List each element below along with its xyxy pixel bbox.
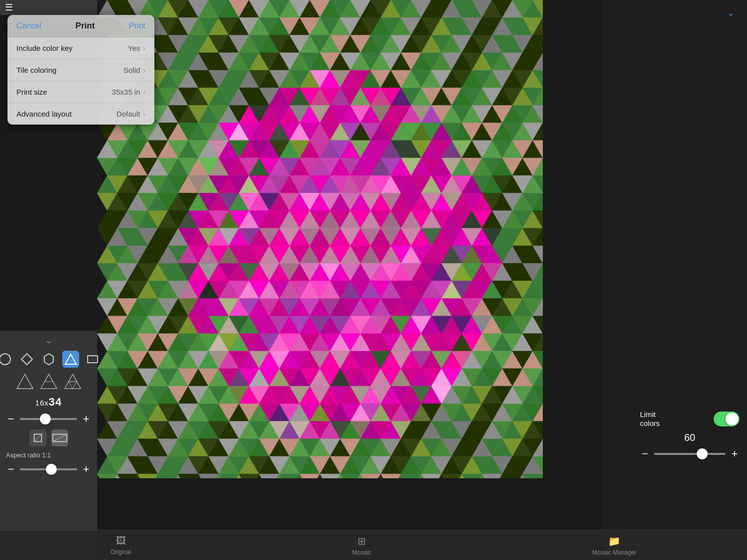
svg-marker-1223 (178, 474, 199, 478)
shape-buttons-row (0, 348, 107, 371)
hamburger-icon[interactable]: ☰ (5, 3, 13, 12)
svg-marker-1217 (118, 474, 138, 478)
chevron-right-icon-3: › (143, 110, 145, 118)
print-row-label-0: Include color key (16, 44, 73, 52)
aspect-slider-decrease-button[interactable]: − (6, 463, 16, 476)
limit-slider-thumb[interactable] (697, 448, 708, 459)
svg-marker-1241 (361, 474, 381, 478)
toolbar-chevron-down-icon[interactable]: ⌄ (45, 335, 52, 346)
nav-label-original: Original (111, 549, 131, 556)
svg-marker-1233 (279, 474, 300, 478)
limit-colors-toggle[interactable] (714, 412, 740, 426)
print-row-value-2: 35x35 in (112, 88, 140, 96)
svg-line-1357 (25, 374, 33, 389)
svg-marker-1360 (45, 374, 53, 382)
print-row-label-2: Print size (16, 88, 47, 96)
svg-marker-1243 (381, 474, 401, 478)
svg-marker-1247 (421, 474, 442, 478)
print-row-2[interactable]: Print size 35x35 in › (7, 81, 154, 103)
svg-line-1365 (34, 434, 41, 442)
slider-increase-button[interactable]: + (81, 413, 91, 425)
svg-marker-1221 (158, 474, 178, 478)
main-slider-track[interactable] (20, 418, 77, 420)
nav-label-mosaic: Mosaic (352, 549, 371, 556)
chevron-right-icon-1: › (143, 66, 145, 74)
nav-item-mosaic[interactable]: ⊞ Mosaic (352, 535, 371, 556)
shape-diamond-button[interactable] (18, 351, 35, 368)
mosaic-canvas (97, 0, 543, 478)
grid-size-display: 16x 34 (35, 394, 62, 411)
chevron-right-icon-0: › (143, 44, 145, 52)
print-row-1[interactable]: Tile coloring Solid › (7, 59, 154, 81)
pattern-1-button[interactable] (15, 373, 34, 392)
print-button[interactable]: Print (129, 21, 145, 30)
svg-marker-1363 (69, 382, 77, 389)
nav-item-mosaic-manager[interactable]: 📁 Mosaic Manager (592, 535, 636, 556)
shape-triangle-button[interactable] (62, 351, 79, 368)
limit-colors-slider-row: − + (640, 447, 740, 460)
print-panel-header: Cancel Print Print (7, 15, 154, 37)
svg-marker-1249 (442, 474, 462, 478)
print-row-right-3: Default › (117, 110, 145, 118)
print-row-right-1: Solid › (124, 66, 145, 74)
slider-decrease-button[interactable]: − (6, 413, 16, 425)
right-panel: ⌄ Limit colors 60 − + (603, 0, 747, 560)
print-panel-title: Print (76, 21, 95, 31)
pattern-3-button[interactable] (63, 373, 82, 392)
mosaic-manager-icon: 📁 (608, 535, 621, 547)
svg-marker-1255 (502, 474, 523, 478)
svg-marker-1251 (462, 474, 482, 478)
cancel-button[interactable]: Cancel (16, 21, 41, 30)
limit-slider-decrease-button[interactable]: − (640, 447, 650, 460)
svg-marker-1225 (198, 474, 219, 478)
aspect-ratio-row (23, 427, 74, 448)
aspect-wide-button[interactable] (51, 429, 68, 446)
svg-marker-1353 (65, 354, 76, 364)
aspect-slider-thumb[interactable] (46, 464, 57, 475)
print-row-3[interactable]: Advanced layout Default › (7, 103, 154, 125)
print-row-label-1: Tile coloring (16, 66, 56, 74)
print-row-value-3: Default (117, 110, 140, 118)
svg-marker-1352 (44, 354, 53, 365)
nav-item-original[interactable]: 🖼 Original (111, 535, 131, 556)
print-row-value-1: Solid (124, 66, 140, 74)
aspect-slider-track[interactable] (20, 468, 77, 470)
svg-marker-1257 (522, 474, 543, 478)
right-panel-chevron-down-icon[interactable]: ⌄ (727, 7, 735, 18)
print-row-0[interactable]: Include color key Yes › (7, 37, 154, 59)
svg-marker-1219 (137, 474, 158, 478)
pattern-2-button[interactable] (39, 373, 58, 392)
svg-marker-1355 (17, 374, 33, 389)
svg-marker-1245 (401, 474, 421, 478)
grid-size-small: 16x (35, 399, 49, 407)
limit-colors-toggle-row: Limit colors (640, 410, 740, 428)
svg-marker-1253 (482, 474, 502, 478)
shape-hexagon-button[interactable] (40, 351, 57, 368)
svg-marker-1351 (21, 354, 32, 365)
aspect-square-button[interactable] (29, 429, 46, 446)
mosaic-icon: ⊞ (358, 535, 366, 547)
limit-slider-track[interactable] (654, 453, 726, 455)
grid-size-large: 34 (49, 396, 62, 409)
main-slider-thumb[interactable] (40, 414, 51, 424)
limit-slider-increase-button[interactable]: + (730, 447, 740, 460)
print-row-label-3: Advanced layout (16, 110, 72, 118)
svg-marker-1215 (97, 474, 118, 478)
limit-colors-panel: Limit colors 60 − + (640, 410, 740, 460)
aspect-ratio-label-row: Aspect ratio 1:1 (0, 448, 97, 461)
pattern-buttons-row (9, 371, 88, 394)
limit-colors-value: 60 (684, 432, 695, 443)
print-panel: Cancel Print Print Include color key Yes… (7, 15, 154, 125)
aspect-slider-increase-button[interactable]: + (81, 463, 91, 476)
chevron-right-icon-2: › (143, 88, 145, 96)
limit-colors-label: Limit colors (640, 410, 660, 428)
top-menu-bar: ☰ (0, 0, 97, 15)
toggle-thumb (726, 413, 739, 425)
svg-marker-1227 (219, 474, 239, 478)
shape-rectangle-button[interactable] (84, 351, 101, 368)
main-slider-row: − + (0, 411, 97, 427)
shape-circle-button[interactable] (0, 351, 13, 368)
svg-marker-1231 (259, 474, 279, 478)
svg-marker-1239 (340, 474, 361, 478)
svg-line-1367 (53, 434, 67, 442)
